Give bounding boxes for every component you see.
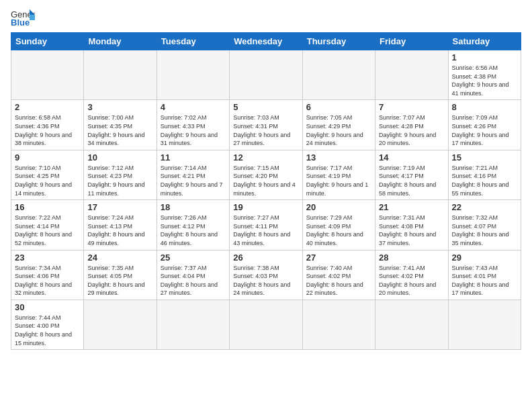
day-number: 30 xyxy=(15,302,80,312)
calendar-cell xyxy=(230,300,302,349)
day-number: 27 xyxy=(306,253,371,263)
calendar-cell xyxy=(157,300,229,349)
weekday-header-friday: Friday xyxy=(375,33,448,50)
day-number: 18 xyxy=(161,202,226,212)
day-number: 12 xyxy=(233,152,298,163)
day-number: 16 xyxy=(15,202,80,212)
calendar-week-4: 16Sunrise: 7:22 AM Sunset: 4:14 PM Dayli… xyxy=(11,200,521,250)
calendar-cell xyxy=(302,300,375,349)
day-number: 28 xyxy=(379,253,444,263)
day-info: Sunrise: 7:29 AM Sunset: 4:09 PM Dayligh… xyxy=(306,214,371,247)
day-number: 5 xyxy=(233,102,298,112)
calendar-cell: 17Sunrise: 7:24 AM Sunset: 4:13 PM Dayli… xyxy=(84,200,157,250)
day-number: 14 xyxy=(379,152,444,163)
day-number: 13 xyxy=(306,152,371,163)
day-info: Sunrise: 7:21 AM Sunset: 4:16 PM Dayligh… xyxy=(452,164,517,197)
weekday-header-wednesday: Wednesday xyxy=(230,33,302,50)
day-info: Sunrise: 7:12 AM Sunset: 4:23 PM Dayligh… xyxy=(87,164,152,197)
day-number: 22 xyxy=(452,202,517,212)
day-number: 24 xyxy=(87,253,152,263)
day-info: Sunrise: 7:43 AM Sunset: 4:01 PM Dayligh… xyxy=(452,264,517,298)
calendar-cell xyxy=(302,50,375,100)
day-info: Sunrise: 7:38 AM Sunset: 4:03 PM Dayligh… xyxy=(233,264,298,298)
day-info: Sunrise: 7:41 AM Sunset: 4:02 PM Dayligh… xyxy=(379,264,444,298)
calendar-cell: 7Sunrise: 7:07 AM Sunset: 4:28 PM Daylig… xyxy=(375,100,448,150)
day-info: Sunrise: 7:37 AM Sunset: 4:04 PM Dayligh… xyxy=(161,264,226,298)
calendar-cell xyxy=(84,50,157,100)
day-number: 2 xyxy=(15,102,80,112)
calendar-cell: 11Sunrise: 7:14 AM Sunset: 4:21 PM Dayli… xyxy=(157,150,229,199)
calendar-cell: 23Sunrise: 7:34 AM Sunset: 4:06 PM Dayli… xyxy=(11,250,84,300)
calendar-cell: 28Sunrise: 7:41 AM Sunset: 4:02 PM Dayli… xyxy=(375,250,448,300)
weekday-header-sunday: Sunday xyxy=(11,33,84,50)
logo: General Blue xyxy=(11,8,35,27)
calendar-week-5: 23Sunrise: 7:34 AM Sunset: 4:06 PM Dayli… xyxy=(11,250,521,300)
calendar-week-2: 2Sunrise: 6:58 AM Sunset: 4:36 PM Daylig… xyxy=(11,100,521,150)
calendar-cell xyxy=(375,50,448,100)
day-info: Sunrise: 7:09 AM Sunset: 4:26 PM Dayligh… xyxy=(452,113,517,147)
calendar-cell: 10Sunrise: 7:12 AM Sunset: 4:23 PM Dayli… xyxy=(84,150,157,199)
calendar-cell xyxy=(84,300,157,349)
calendar-cell: 3Sunrise: 7:00 AM Sunset: 4:35 PM Daylig… xyxy=(84,100,157,150)
day-number: 4 xyxy=(161,102,226,112)
day-info: Sunrise: 7:26 AM Sunset: 4:12 PM Dayligh… xyxy=(161,214,226,247)
calendar-week-6: 30Sunrise: 7:44 AM Sunset: 4:00 PM Dayli… xyxy=(11,300,521,349)
calendar-cell: 19Sunrise: 7:27 AM Sunset: 4:11 PM Dayli… xyxy=(230,200,302,250)
calendar-table: SundayMondayTuesdayWednesdayThursdayFrid… xyxy=(11,32,521,350)
svg-marker-3 xyxy=(30,15,35,20)
generalblue-logo-icon: General Blue xyxy=(11,8,35,27)
calendar-cell: 15Sunrise: 7:21 AM Sunset: 4:16 PM Dayli… xyxy=(448,150,521,199)
calendar-cell xyxy=(448,300,521,349)
day-info: Sunrise: 7:03 AM Sunset: 4:31 PM Dayligh… xyxy=(233,113,298,147)
weekday-header-row: SundayMondayTuesdayWednesdayThursdayFrid… xyxy=(11,33,521,50)
calendar-cell: 5Sunrise: 7:03 AM Sunset: 4:31 PM Daylig… xyxy=(230,100,302,150)
day-info: Sunrise: 7:34 AM Sunset: 4:06 PM Dayligh… xyxy=(15,264,80,298)
day-number: 29 xyxy=(452,253,517,263)
day-info: Sunrise: 7:22 AM Sunset: 4:14 PM Dayligh… xyxy=(15,214,80,247)
day-number: 7 xyxy=(379,102,444,112)
day-info: Sunrise: 7:17 AM Sunset: 4:19 PM Dayligh… xyxy=(306,164,371,197)
calendar-cell: 24Sunrise: 7:35 AM Sunset: 4:05 PM Dayli… xyxy=(84,250,157,300)
page: General Blue SundayMondayTuesdayWednesda… xyxy=(0,0,532,411)
header: General Blue xyxy=(11,8,521,27)
calendar-cell: 12Sunrise: 7:15 AM Sunset: 4:20 PM Dayli… xyxy=(230,150,302,199)
calendar-cell: 2Sunrise: 6:58 AM Sunset: 4:36 PM Daylig… xyxy=(11,100,84,150)
day-number: 19 xyxy=(233,202,298,212)
day-info: Sunrise: 7:27 AM Sunset: 4:11 PM Dayligh… xyxy=(233,214,298,247)
day-info: Sunrise: 7:05 AM Sunset: 4:29 PM Dayligh… xyxy=(306,113,371,147)
calendar-cell: 25Sunrise: 7:37 AM Sunset: 4:04 PM Dayli… xyxy=(157,250,229,300)
calendar-cell: 14Sunrise: 7:19 AM Sunset: 4:17 PM Dayli… xyxy=(375,150,448,199)
day-number: 3 xyxy=(87,102,152,112)
day-number: 11 xyxy=(161,152,226,163)
day-number: 6 xyxy=(306,102,371,112)
weekday-header-thursday: Thursday xyxy=(302,33,375,50)
day-info: Sunrise: 7:40 AM Sunset: 4:02 PM Dayligh… xyxy=(306,264,371,298)
calendar-cell xyxy=(375,300,448,349)
calendar-cell: 21Sunrise: 7:31 AM Sunset: 4:08 PM Dayli… xyxy=(375,200,448,250)
calendar-cell: 6Sunrise: 7:05 AM Sunset: 4:29 PM Daylig… xyxy=(302,100,375,150)
weekday-header-monday: Monday xyxy=(84,33,157,50)
calendar-cell: 4Sunrise: 7:02 AM Sunset: 4:33 PM Daylig… xyxy=(157,100,229,150)
day-number: 8 xyxy=(452,102,517,112)
day-info: Sunrise: 7:35 AM Sunset: 4:05 PM Dayligh… xyxy=(87,264,152,298)
calendar-cell: 30Sunrise: 7:44 AM Sunset: 4:00 PM Dayli… xyxy=(11,300,84,349)
day-number: 15 xyxy=(452,152,517,163)
day-info: Sunrise: 7:24 AM Sunset: 4:13 PM Dayligh… xyxy=(87,214,152,247)
day-number: 20 xyxy=(306,202,371,212)
calendar-week-3: 9Sunrise: 7:10 AM Sunset: 4:25 PM Daylig… xyxy=(11,150,521,199)
calendar-cell xyxy=(11,50,84,100)
calendar-week-1: 1Sunrise: 6:56 AM Sunset: 4:38 PM Daylig… xyxy=(11,50,521,100)
day-info: Sunrise: 7:15 AM Sunset: 4:20 PM Dayligh… xyxy=(233,164,298,197)
day-info: Sunrise: 7:44 AM Sunset: 4:00 PM Dayligh… xyxy=(15,314,80,347)
calendar-cell: 18Sunrise: 7:26 AM Sunset: 4:12 PM Dayli… xyxy=(157,200,229,250)
day-number: 25 xyxy=(161,253,226,263)
day-number: 23 xyxy=(15,253,80,263)
weekday-header-saturday: Saturday xyxy=(448,33,521,50)
calendar-cell: 29Sunrise: 7:43 AM Sunset: 4:01 PM Dayli… xyxy=(448,250,521,300)
day-info: Sunrise: 6:56 AM Sunset: 4:38 PM Dayligh… xyxy=(452,64,517,97)
day-number: 17 xyxy=(87,202,152,212)
day-number: 10 xyxy=(87,152,152,163)
calendar-cell xyxy=(157,50,229,100)
day-number: 9 xyxy=(15,152,80,163)
calendar-cell: 22Sunrise: 7:32 AM Sunset: 4:07 PM Dayli… xyxy=(448,200,521,250)
